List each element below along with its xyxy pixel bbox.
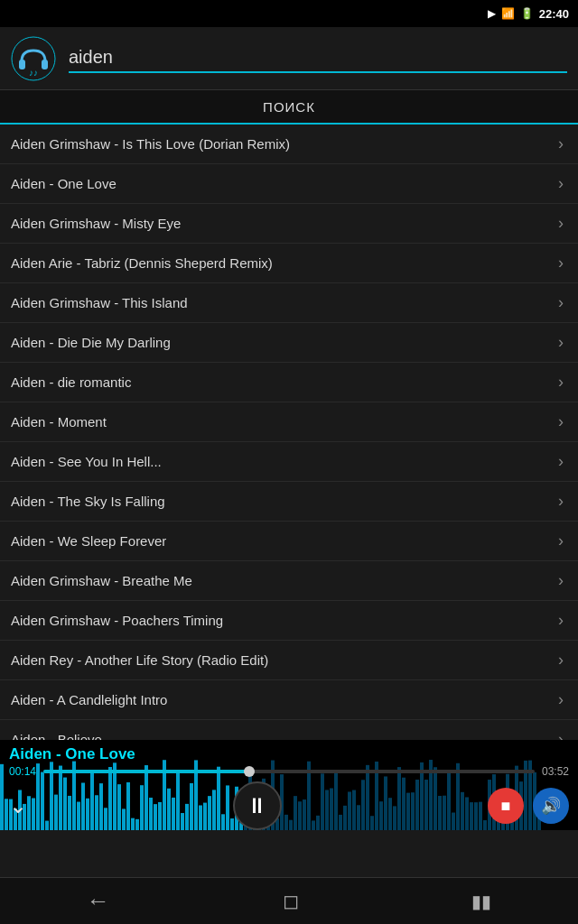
song-list: Aiden Grimshaw - Is This Love (Dorian Re… [0,125,578,799]
chevron-right-icon: › [558,571,564,590]
chevron-right-icon: › [558,531,564,550]
home-button[interactable]: ◻ [283,890,299,913]
song-title: Aiden Grimshaw - Poachers Timing [11,613,223,628]
controls-row: ⌄ ⏸ ■ 🔊 [9,781,569,830]
list-item[interactable]: Aiden - A Candlelight Intro › [0,680,578,720]
chevron-right-icon: › [558,134,564,153]
volume-icon: 🔊 [541,796,561,816]
list-item[interactable]: Aiden - One Love › [0,164,578,204]
search-label-bar: ПОИСК [0,90,578,125]
song-title: Aiden - Die Die My Darling [11,335,171,350]
song-title: Aiden Rey - Another Life Story (Radio Ed… [11,652,268,668]
volume-button[interactable]: 🔊 [533,788,569,824]
battery-icon: 🔋 [520,7,534,20]
back-button[interactable]: ← [87,887,110,915]
play-indicator-icon: ▶ [488,7,496,20]
header: ♪♪ aiden [0,27,578,90]
song-title: Aiden Arie - Tabriz (Dennis Sheperd Remi… [11,255,273,271]
song-title: Aiden Grimshaw - This Island [11,295,188,310]
wifi-icon: 📶 [501,7,515,20]
search-input[interactable]: aiden [69,43,567,73]
song-title: Aiden - die romantic [11,374,131,390]
chevron-right-icon: › [558,412,564,431]
progress-bar[interactable] [43,770,535,773]
play-pause-button[interactable]: ⏸ [233,781,282,830]
list-item[interactable]: Aiden Grimshaw - Breathe Me › [0,561,578,601]
status-bar: ▶ 📶 🔋 22:40 [0,0,578,27]
chevron-right-icon: › [558,452,564,471]
collapse-button[interactable]: ⌄ [9,793,27,818]
song-title: Aiden - The Sky Is Falling [11,494,165,509]
song-title: Aiden Grimshaw - Misty Eye [11,216,181,231]
list-item[interactable]: Aiden Grimshaw - Misty Eye › [0,204,578,244]
stop-button[interactable]: ■ [488,788,524,824]
song-title: Aiden - A Candlelight Intro [11,692,167,707]
player-bar: // We'll draw bars via JS below Aiden - … [0,740,578,830]
chevron-right-icon: › [558,333,564,352]
chevron-right-icon: › [558,293,564,312]
search-container: aiden [69,43,567,73]
list-item[interactable]: Aiden Grimshaw - Is This Love (Dorian Re… [0,125,578,164]
time-elapsed: 00:14 [9,765,36,778]
play-pause-icon: ⏸ [247,793,268,818]
list-item[interactable]: Aiden - die romantic › [0,363,578,402]
chevron-right-icon: › [558,373,564,392]
chevron-right-icon: › [558,611,564,630]
list-item[interactable]: Aiden - Moment › [0,402,578,442]
status-time: 22:40 [539,7,569,21]
nav-bar: ← ◻ ▮▮ [0,877,578,924]
svg-rect-1 [19,60,25,69]
player-content: Aiden - One Love 00:14 03:52 ⌄ ⏸ ■ [0,740,578,830]
list-item[interactable]: Aiden - The Sky Is Falling › [0,482,578,522]
song-title: Aiden - One Love [11,176,117,191]
search-label: ПОИСК [263,99,315,115]
progress-row: 00:14 03:52 [9,765,569,778]
progress-bar-fill [43,770,249,773]
list-item[interactable]: Aiden Grimshaw - Poachers Timing › [0,601,578,641]
chevron-right-icon: › [558,174,564,193]
chevron-right-icon: › [558,492,564,511]
list-item[interactable]: Aiden - Die Die My Darling › [0,323,578,363]
list-item[interactable]: Aiden - We Sleep Forever › [0,522,578,561]
chevron-right-icon: › [558,214,564,233]
time-total: 03:52 [542,765,569,778]
chevron-right-icon: › [558,690,564,709]
right-controls: ■ 🔊 [488,788,569,824]
song-title: Aiden Grimshaw - Breathe Me [11,573,192,588]
now-playing-title: Aiden - One Love [9,745,569,763]
chevron-right-icon: › [558,651,564,670]
song-title: Aiden - See You In Hell... [11,454,162,469]
recents-button[interactable]: ▮▮ [471,891,491,912]
svg-rect-2 [42,60,48,69]
song-title: Aiden - We Sleep Forever [11,533,166,549]
song-title: Aiden Grimshaw - Is This Love (Dorian Re… [11,136,290,152]
list-item[interactable]: Aiden Grimshaw - This Island › [0,283,578,323]
svg-text:♪♪: ♪♪ [29,68,38,78]
song-title: Aiden - Moment [11,414,107,430]
list-item[interactable]: Aiden - See You In Hell... › [0,442,578,482]
list-item[interactable]: Aiden Arie - Tabriz (Dennis Sheperd Remi… [0,244,578,283]
list-item[interactable]: Aiden Rey - Another Life Story (Radio Ed… [0,641,578,680]
stop-icon: ■ [501,797,511,816]
progress-thumb [244,766,255,777]
chevron-right-icon: › [558,254,564,273]
app-logo: ♪♪ [11,36,56,81]
